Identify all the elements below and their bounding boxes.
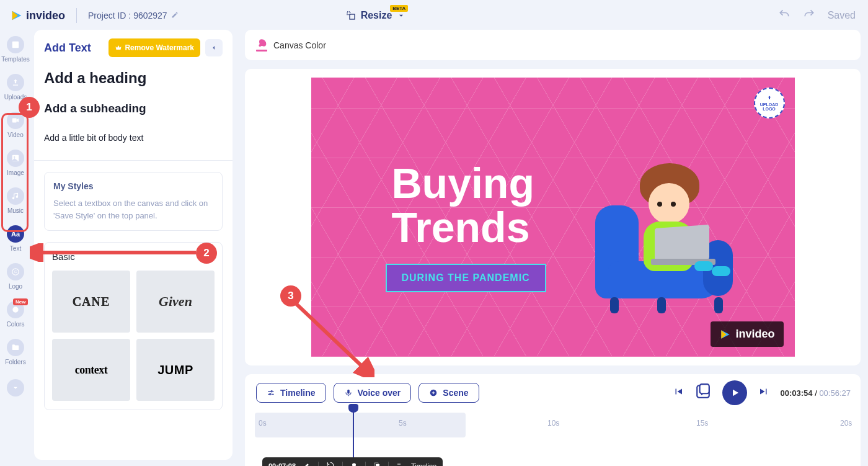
hero-text[interactable]: Buying Trends bbox=[392, 161, 534, 250]
text-panel: Add Text Remove Watermark Add a heading … bbox=[34, 30, 232, 460]
svg-marker-1 bbox=[12, 11, 18, 20]
preview-box: Buying Trends DURING THE PANDEMIC UPLOAD… bbox=[245, 69, 861, 365]
undo-icon[interactable] bbox=[778, 8, 790, 23]
rail-expand[interactable] bbox=[7, 379, 24, 397]
next-scene-icon[interactable] bbox=[758, 386, 769, 400]
plus-circle-icon bbox=[429, 388, 438, 397]
timeline-clip[interactable] bbox=[255, 413, 466, 437]
timeline-button[interactable]: Timeline bbox=[256, 383, 326, 403]
rail-label: Video bbox=[7, 132, 23, 138]
style-card-cane[interactable]: CANE bbox=[52, 271, 130, 333]
style-card-context[interactable]: context bbox=[52, 339, 130, 401]
svg-point-7 bbox=[14, 156, 15, 158]
ruler-20s: 20s bbox=[840, 419, 852, 428]
svg-rect-5 bbox=[12, 119, 17, 123]
add-scene-button[interactable]: Scene bbox=[418, 383, 479, 403]
style-card-jump[interactable]: JUMP bbox=[136, 339, 215, 401]
basic-styles-box: Basic CANE Given context JUMP bbox=[44, 242, 223, 410]
rail-video[interactable]: Video bbox=[7, 112, 24, 138]
duplicate-icon[interactable] bbox=[373, 462, 381, 466]
brand-logo[interactable]: invideo bbox=[10, 9, 65, 22]
upload-logo-placeholder[interactable]: UPLOAD LOGO bbox=[754, 87, 785, 119]
my-styles-title: My Styles bbox=[53, 181, 213, 191]
rail-text[interactable]: Aa Text bbox=[7, 225, 24, 252]
ruler-15s: 15s bbox=[696, 419, 708, 428]
canvas-color-label: Canvas Color bbox=[273, 40, 326, 50]
rail-logo[interactable]: G Logo bbox=[7, 263, 24, 290]
loop-icon[interactable] bbox=[326, 461, 335, 466]
svg-point-13 bbox=[271, 391, 272, 392]
play-controls: 00:03:54 / 00:56:27 bbox=[673, 380, 851, 405]
ruler-10s: 10s bbox=[547, 419, 559, 428]
add-subheading-button[interactable]: Add a subheading bbox=[44, 102, 223, 115]
rail-label: Folders bbox=[5, 359, 25, 365]
trash-icon[interactable] bbox=[350, 462, 358, 466]
collapse-panel-button[interactable] bbox=[205, 39, 223, 56]
svg-marker-12 bbox=[722, 330, 727, 338]
divider bbox=[34, 160, 232, 161]
canvas-color-button[interactable]: Canvas Color bbox=[256, 38, 326, 52]
basic-title: Basic bbox=[52, 251, 75, 262]
add-heading-button[interactable]: Add a heading bbox=[44, 69, 223, 87]
my-styles-description: Select a textbox on the canvas and click… bbox=[53, 197, 213, 222]
rail-label: Templates bbox=[1, 56, 30, 63]
style-card-given[interactable]: Given bbox=[136, 271, 215, 333]
clip-time: 00:07:08 bbox=[268, 462, 296, 466]
prev-scene-icon[interactable] bbox=[673, 386, 684, 400]
logo-icon bbox=[10, 9, 24, 22]
canvas[interactable]: Buying Trends DURING THE PANDEMIC UPLOAD… bbox=[311, 78, 795, 357]
image-icon bbox=[7, 150, 24, 167]
rail-uploads[interactable]: Uploads bbox=[4, 74, 27, 101]
rail-folders[interactable]: Folders bbox=[5, 339, 25, 365]
play-scene-icon[interactable] bbox=[695, 383, 711, 402]
panel-title: Add Text bbox=[44, 42, 91, 55]
play-button[interactable] bbox=[722, 380, 747, 405]
rail-label: Colors bbox=[7, 321, 25, 328]
rail-music[interactable]: Music bbox=[7, 187, 24, 214]
sliders-icon bbox=[267, 388, 275, 397]
edit-project-id-icon[interactable] bbox=[171, 11, 179, 20]
voiceover-button[interactable]: Voice over bbox=[334, 383, 412, 403]
templates-icon bbox=[7, 36, 24, 53]
new-badge: New bbox=[13, 298, 28, 305]
ruler-0s: 0s bbox=[259, 419, 267, 428]
watermark: invideo bbox=[711, 321, 783, 347]
chevron-down-icon bbox=[11, 383, 20, 392]
saved-status: Saved bbox=[828, 10, 856, 21]
svg-rect-3 bbox=[350, 14, 355, 19]
timeline-track[interactable]: 0s 5s 10s 15s 20s bbox=[255, 413, 851, 437]
canvas-toolbar: Canvas Color bbox=[245, 30, 861, 60]
text-icon: Aa bbox=[7, 225, 24, 243]
project-id: Project ID : 9602927 bbox=[88, 11, 167, 20]
add-body-button[interactable]: Add a little bit of body text bbox=[44, 133, 223, 143]
mic-icon bbox=[344, 388, 353, 397]
remove-watermark-button[interactable]: Remove Watermark bbox=[108, 38, 200, 57]
time-display: 00:03:54 / 00:56:27 bbox=[781, 388, 851, 398]
chevron-down-icon bbox=[397, 11, 405, 20]
logo-icon bbox=[719, 328, 732, 341]
divider bbox=[76, 8, 77, 23]
rail-colors[interactable]: New Colors bbox=[7, 301, 25, 328]
sliders-icon[interactable] bbox=[396, 462, 404, 466]
chevron-right-icon[interactable] bbox=[205, 252, 215, 262]
upload-icon bbox=[766, 95, 773, 102]
brand-text: invideo bbox=[26, 9, 65, 22]
redo-icon[interactable] bbox=[803, 8, 815, 23]
beta-badge: BETA bbox=[390, 5, 408, 12]
rail-templates[interactable]: Templates bbox=[1, 36, 30, 63]
resize-button[interactable]: Resize BETA bbox=[346, 10, 406, 21]
rail-label: Uploads bbox=[4, 94, 27, 101]
ruler-5s: 5s bbox=[399, 419, 407, 428]
rail-image[interactable]: Image bbox=[7, 150, 24, 176]
paint-icon bbox=[256, 38, 267, 52]
svg-rect-4 bbox=[12, 42, 19, 48]
folders-icon bbox=[7, 339, 24, 356]
video-icon bbox=[7, 112, 24, 129]
svg-rect-15 bbox=[347, 390, 350, 394]
rail-label: Music bbox=[7, 207, 24, 214]
music-icon bbox=[7, 187, 24, 205]
rail-label: Logo bbox=[9, 283, 22, 290]
hero-subline[interactable]: DURING THE PANDEMIC bbox=[386, 264, 546, 292]
edit-icon[interactable] bbox=[303, 462, 311, 466]
rail-label: Image bbox=[7, 169, 24, 176]
